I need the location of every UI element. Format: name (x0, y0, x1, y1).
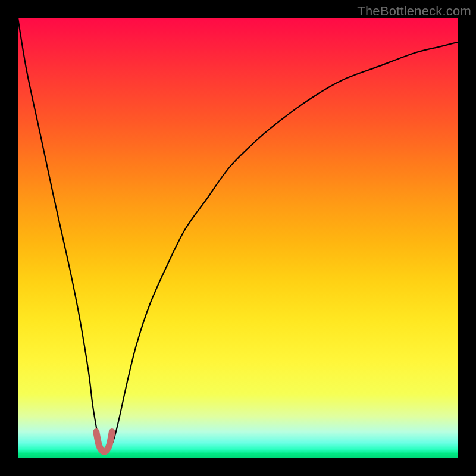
chart-area (18, 18, 458, 458)
bottleneck-notch (96, 432, 112, 452)
bottleneck-curve (18, 18, 458, 452)
chart-svg (18, 18, 458, 458)
watermark-text: TheBottleneck.com (357, 4, 471, 19)
